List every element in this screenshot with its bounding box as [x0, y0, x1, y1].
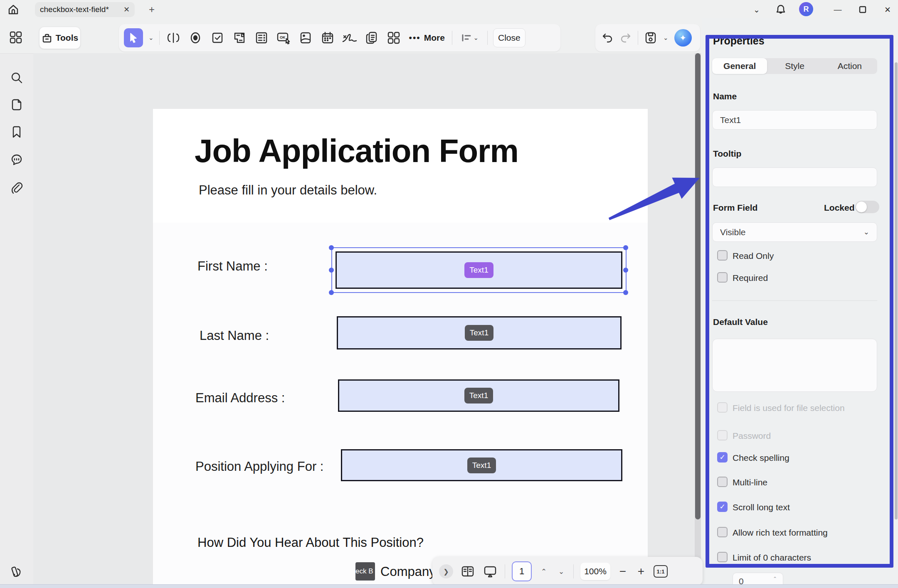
check-spelling-checkbox[interactable]: ✓ — [717, 452, 728, 463]
presentation-mode-icon[interactable] — [482, 563, 498, 579]
history-save-bar: ⌄ ✦ — [595, 24, 700, 52]
field-badge: Text1 — [465, 325, 493, 341]
app-grid-icon[interactable] — [7, 29, 25, 46]
search-icon[interactable] — [9, 70, 25, 86]
tools-button[interactable]: Tools — [39, 27, 81, 49]
toolbox-icon — [42, 32, 52, 43]
ai-assistant-button[interactable]: ✦ — [674, 29, 692, 47]
attachments-icon[interactable] — [9, 180, 25, 196]
panel-scrollbar-thumb[interactable] — [895, 62, 898, 519]
selection-handle[interactable] — [623, 290, 628, 295]
checkbox-field-company-website[interactable]: eck B — [355, 562, 375, 581]
document-tab[interactable]: checkbox-text-field* ✕ — [35, 2, 135, 17]
save-button[interactable] — [644, 31, 657, 44]
date-field-tool-icon[interactable] — [319, 29, 336, 47]
text-field-last-name[interactable]: Text1 — [337, 316, 622, 349]
swatches-icon[interactable] — [9, 564, 25, 580]
text-field-tool-icon[interactable] — [165, 29, 182, 47]
tools-button-label: Tools — [56, 33, 78, 43]
zoom-out-button[interactable]: − — [617, 565, 629, 578]
redo-button[interactable] — [619, 32, 632, 44]
image-field-tool-icon[interactable] — [297, 29, 314, 47]
bottombar-divider — [505, 564, 505, 578]
new-tab-button[interactable]: + — [146, 4, 157, 15]
form-tools-bar: ⌄ OK — [119, 24, 560, 52]
tab-close-icon[interactable]: ✕ — [123, 5, 130, 14]
select-tool-chevron-icon[interactable]: ⌄ — [148, 34, 154, 42]
field-badge-selected: Text1 — [464, 262, 493, 278]
list-box-tool-icon[interactable] — [253, 29, 270, 47]
name-input[interactable]: Text1 — [712, 110, 877, 130]
two-page-view-icon[interactable] — [460, 563, 476, 579]
selection-handle[interactable] — [329, 290, 334, 295]
selection-handle[interactable] — [329, 268, 334, 273]
expand-bar-chevron-icon[interactable]: ❯ — [439, 564, 453, 578]
next-page-chevron-icon[interactable]: ⌄ — [556, 567, 567, 576]
tab-general[interactable]: General — [712, 58, 767, 74]
visibility-value: Visible — [720, 227, 745, 237]
window-minimize-button[interactable]: — — [829, 3, 846, 16]
section-heading: How Did You Hear About This Position? — [197, 535, 424, 550]
toolbar-divider — [159, 31, 160, 45]
scroll-long-text-label: Scroll long text — [733, 502, 790, 512]
window-close-button[interactable]: ✕ — [879, 3, 896, 16]
home-button[interactable] — [6, 3, 21, 16]
comments-icon[interactable] — [9, 152, 25, 167]
field-label-last-name: Last Name : — [200, 328, 269, 343]
text-field-first-name[interactable]: Text1 — [336, 251, 622, 289]
tab-style[interactable]: Style — [767, 58, 822, 74]
alignment-menu-button[interactable]: ⌄ — [458, 29, 482, 47]
page-thumbnails-icon[interactable] — [9, 97, 25, 113]
zoom-in-button[interactable]: + — [635, 565, 647, 578]
document-scrollbar-thumb[interactable] — [695, 53, 701, 519]
radio-button-tool-icon[interactable] — [187, 29, 204, 47]
multi-line-checkbox[interactable] — [717, 477, 728, 487]
more-label: More — [424, 33, 445, 43]
scroll-long-text-checkbox[interactable]: ✓ — [717, 502, 728, 512]
actual-size-button[interactable]: 1:1 — [654, 565, 668, 578]
toolbar-divider — [452, 31, 452, 45]
char-limit-label: Limit of 0 characters — [733, 553, 811, 563]
panel-title: Properties — [713, 35, 765, 47]
text-field-position[interactable]: Text1 — [341, 449, 622, 481]
locked-toggle[interactable] — [855, 201, 879, 213]
save-options-chevron-icon[interactable]: ⌄ — [663, 34, 669, 42]
field-label-email: Email Address : — [195, 391, 285, 406]
read-only-checkbox[interactable] — [717, 250, 728, 261]
default-value-textarea[interactable] — [712, 339, 877, 392]
undo-button[interactable] — [601, 32, 614, 44]
select-tool-button[interactable] — [124, 28, 143, 47]
selection-handle[interactable] — [623, 268, 628, 273]
previous-page-chevron-icon[interactable]: ⌃ — [538, 567, 549, 576]
required-checkbox[interactable] — [717, 272, 728, 283]
required-label: Required — [733, 273, 768, 283]
form-subtitle: Please fill in your details below. — [199, 183, 377, 198]
selection-handle[interactable] — [623, 245, 628, 250]
titlebar-chevron-down-icon[interactable]: ⌄ — [748, 3, 765, 16]
push-button-tool-icon[interactable]: OK — [275, 29, 292, 47]
signature-field-tool-icon[interactable] — [341, 29, 358, 47]
rich-text-checkbox[interactable] — [717, 527, 728, 537]
checkbox-tool-icon[interactable] — [209, 29, 226, 47]
window-maximize-button[interactable] — [854, 3, 871, 16]
notifications-bell-icon[interactable] — [772, 3, 789, 16]
page-number-input[interactable]: 1 — [512, 561, 532, 581]
text-field-email[interactable]: Text1 — [338, 379, 619, 412]
visibility-select[interactable]: Visible ⌄ — [712, 222, 877, 242]
selection-handle[interactable] — [329, 245, 334, 250]
name-label: Name — [713, 91, 737, 101]
zoom-level-display[interactable]: 100% — [580, 563, 610, 580]
password-checkbox — [717, 430, 728, 440]
duplicate-fields-tool-icon[interactable] — [363, 29, 380, 47]
rich-text-label: Allow rich text formatting — [733, 528, 828, 538]
user-avatar[interactable]: R — [799, 2, 813, 16]
close-form-editing-button[interactable]: Close — [493, 28, 525, 47]
left-sidebar — [0, 53, 33, 588]
grid-fields-tool-icon[interactable] — [385, 29, 402, 47]
bookmarks-icon[interactable] — [9, 124, 25, 140]
combo-box-tool-icon[interactable] — [231, 29, 248, 47]
more-tools-button[interactable]: ••• More — [407, 33, 447, 43]
char-limit-checkbox[interactable] — [717, 552, 728, 562]
tab-action[interactable]: Action — [822, 58, 877, 74]
tooltip-input[interactable] — [712, 167, 877, 187]
